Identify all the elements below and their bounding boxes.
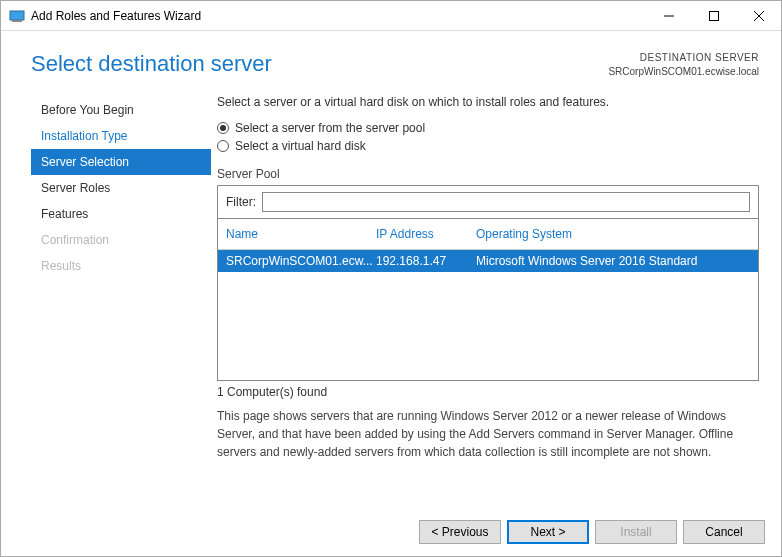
window-title: Add Roles and Features Wizard [31, 9, 646, 23]
svg-rect-0 [10, 11, 24, 20]
window-controls [646, 1, 781, 30]
column-name[interactable]: Name [226, 227, 376, 241]
radio-vhd[interactable]: Select a virtual hard disk [217, 139, 759, 153]
filter-row: Filter: [218, 186, 758, 219]
table-body: SRCorpWinSCOM01.ecw... 192.168.1.47 Micr… [218, 250, 758, 380]
destination-label: DESTINATION SERVER [608, 51, 759, 65]
sidebar-item-server-selection[interactable]: Server Selection [31, 149, 211, 175]
sidebar-item-results: Results [31, 253, 211, 279]
radio-server-pool[interactable]: Select a server from the server pool [217, 121, 759, 135]
instruction-text: Select a server or a virtual hard disk o… [217, 95, 759, 109]
count-label: 1 Computer(s) found [217, 385, 759, 399]
server-pool-label: Server Pool [217, 167, 759, 181]
destination-info: DESTINATION SERVER SRCorpWinSCOM01.ecwis… [608, 51, 759, 79]
table-header: Name IP Address Operating System [218, 219, 758, 250]
footer: < Previous Next > Install Cancel [419, 520, 765, 544]
radio-icon [217, 140, 229, 152]
server-pool-box: Filter: Name IP Address Operating System… [217, 185, 759, 381]
column-ip[interactable]: IP Address [376, 227, 476, 241]
sidebar: Before You Begin Installation Type Serve… [31, 91, 211, 461]
page-title: Select destination server [31, 51, 272, 77]
next-button[interactable]: Next > [507, 520, 589, 544]
table-row[interactable]: SRCorpWinSCOM01.ecw... 192.168.1.47 Micr… [218, 250, 758, 272]
filter-label: Filter: [226, 195, 256, 209]
cancel-button[interactable]: Cancel [683, 520, 765, 544]
cell-name: SRCorpWinSCOM01.ecw... [226, 254, 376, 268]
close-button[interactable] [736, 1, 781, 30]
svg-rect-1 [12, 20, 22, 22]
radio-label: Select a virtual hard disk [235, 139, 366, 153]
sidebar-item-before-you-begin[interactable]: Before You Begin [31, 97, 211, 123]
cell-os: Microsoft Windows Server 2016 Standard [476, 254, 750, 268]
previous-button[interactable]: < Previous [419, 520, 501, 544]
destination-value: SRCorpWinSCOM01.ecwise.local [608, 65, 759, 79]
install-button: Install [595, 520, 677, 544]
filter-input[interactable] [262, 192, 750, 212]
minimize-button[interactable] [646, 1, 691, 30]
sidebar-item-installation-type[interactable]: Installation Type [31, 123, 211, 149]
maximize-button[interactable] [691, 1, 736, 30]
app-icon [9, 8, 25, 24]
sidebar-item-confirmation: Confirmation [31, 227, 211, 253]
column-os[interactable]: Operating System [476, 227, 750, 241]
note-text: This page shows servers that are running… [217, 407, 759, 461]
content: Select a server or a virtual hard disk o… [211, 91, 781, 461]
titlebar: Add Roles and Features Wizard [1, 1, 781, 31]
radio-label: Select a server from the server pool [235, 121, 425, 135]
cell-ip: 192.168.1.47 [376, 254, 476, 268]
sidebar-item-server-roles[interactable]: Server Roles [31, 175, 211, 201]
header: Select destination server DESTINATION SE… [1, 31, 781, 91]
radio-icon [217, 122, 229, 134]
svg-rect-3 [709, 11, 718, 20]
sidebar-item-features[interactable]: Features [31, 201, 211, 227]
